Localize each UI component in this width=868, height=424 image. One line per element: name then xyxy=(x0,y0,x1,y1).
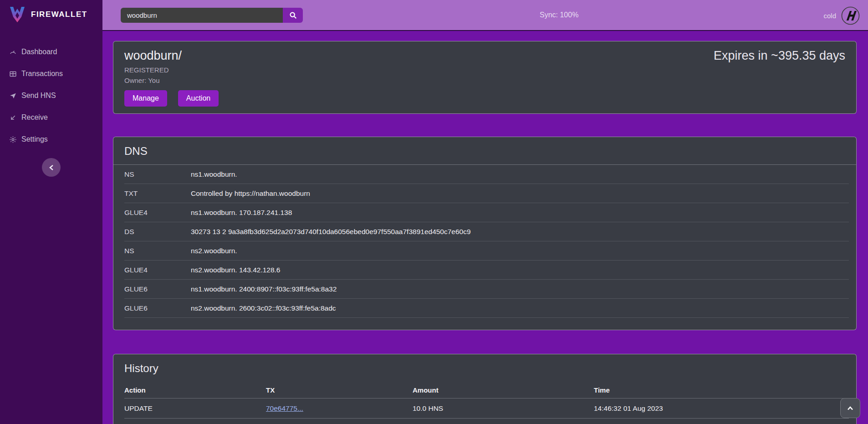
dns-record-type: TXT xyxy=(124,189,191,198)
dns-record-row: GLUE6 ns1.woodburn. 2400:8907::f03c:93ff… xyxy=(124,280,849,299)
history-amount: 10.0 HNS xyxy=(413,404,594,413)
dns-record-row: NS ns1.woodburn. xyxy=(124,165,849,184)
wallet-indicator[interactable]: cold xyxy=(823,0,860,31)
scroll-to-top-button[interactable] xyxy=(840,398,860,418)
sidebar-item-dashboard[interactable]: Dashboard xyxy=(0,41,102,63)
manage-button[interactable]: Manage xyxy=(124,90,167,107)
sidebar-item-send-hns[interactable]: Send HNS xyxy=(0,85,102,107)
history-col-action: Action xyxy=(124,386,266,394)
main-content: woodburn/ Expires in ~395.35 days REGIST… xyxy=(102,32,868,424)
domain-card: woodburn/ Expires in ~395.35 days REGIST… xyxy=(113,41,857,114)
history-header-row: Action TX Amount Time xyxy=(124,382,849,398)
dns-record-row: DS 30273 13 2 9a3a8fb3d625d2a2073d740f10… xyxy=(124,222,849,241)
sidebar: FIREWALLET Dashboard Transactions Send H… xyxy=(0,0,102,424)
dns-record-row: TXT Controlled by https://nathan.woodbur… xyxy=(124,184,849,203)
firewallet-logo-icon xyxy=(9,6,26,23)
dns-record-type: GLUE4 xyxy=(124,266,191,274)
history-card: History Action TX Amount Time UPDATE 70e… xyxy=(113,354,857,424)
sidebar-item-label: Send HNS xyxy=(21,92,56,100)
handshake-logo-icon xyxy=(841,6,860,25)
dns-record-type: GLUE6 xyxy=(124,304,191,312)
domain-expiry: Expires in ~395.35 days xyxy=(714,49,845,63)
sidebar-item-label: Dashboard xyxy=(21,48,57,56)
arrow-down-left-icon xyxy=(9,114,17,122)
dns-record-row: NS ns2.woodburn. xyxy=(124,241,849,261)
search-button[interactable] xyxy=(283,8,303,23)
wallet-name: cold xyxy=(823,12,836,20)
dns-record-value: Controlled by https://nathan.woodburn xyxy=(191,189,310,198)
dns-record-value: ns1.woodburn. xyxy=(191,170,237,179)
gauge-icon xyxy=(9,48,17,56)
auction-button[interactable]: Auction xyxy=(178,90,219,107)
search-group xyxy=(121,8,303,23)
brand: FIREWALLET xyxy=(0,0,102,29)
dns-record-value: ns2.woodburn. xyxy=(191,247,237,255)
search-icon xyxy=(289,11,297,19)
table-icon xyxy=(9,70,17,78)
dns-record-value: ns2.woodburn. 143.42.128.6 xyxy=(191,266,281,274)
dns-record-type: DS xyxy=(124,228,191,236)
history-col-amount: Amount xyxy=(413,386,594,394)
search-input[interactable] xyxy=(121,8,283,23)
dns-record-value: ns1.woodburn. 170.187.241.138 xyxy=(191,209,292,217)
sidebar-item-label: Receive xyxy=(21,113,48,122)
dns-record-value: ns2.woodburn. 2600:3c02::f03c:93ff:fe5a:… xyxy=(191,304,336,312)
sidebar-item-settings[interactable]: Settings xyxy=(0,128,102,150)
domain-owner: Owner: You xyxy=(124,77,845,84)
history-time: 14:46:32 01 Aug 2023 xyxy=(594,404,849,413)
history-card-title: History xyxy=(113,354,856,382)
sidebar-item-transactions[interactable]: Transactions xyxy=(0,63,102,85)
chevron-left-icon xyxy=(49,164,54,171)
paper-plane-icon xyxy=(9,92,17,100)
brand-name: FIREWALLET xyxy=(31,10,87,19)
history-action: UPDATE xyxy=(124,404,266,413)
dns-card: DNS NS ns1.woodburn. TXT Controlled by h… xyxy=(113,137,857,330)
history-col-tx: TX xyxy=(266,386,413,394)
dns-record-type: GLUE6 xyxy=(124,285,191,293)
chevron-up-icon xyxy=(847,406,853,410)
dns-record-value: 30273 13 2 9a3a8fb3d625d2a2073d740f10da6… xyxy=(191,228,471,236)
dns-record-type: NS xyxy=(124,247,191,255)
dns-record-row: GLUE4 ns2.woodburn. 143.42.128.6 xyxy=(124,261,849,280)
dns-record-row: GLUE6 ns2.woodburn. 2600:3c02::f03c:93ff… xyxy=(124,299,849,318)
sidebar-item-receive[interactable]: Receive xyxy=(0,107,102,128)
dns-record-type: NS xyxy=(124,170,191,179)
dns-record-value: ns1.woodburn. 2400:8907::f03c:93ff:fe5a:… xyxy=(191,285,337,293)
sidebar-item-label: Settings xyxy=(21,135,48,143)
dns-card-title: DNS xyxy=(113,137,856,164)
history-row: UPDATE 70e64775... 10.0 HNS 14:46:32 01 … xyxy=(124,398,849,419)
sidebar-item-label: Transactions xyxy=(21,70,63,78)
topbar: Sync: 100% cold xyxy=(102,0,868,31)
sidebar-collapse-button[interactable] xyxy=(42,158,61,177)
sync-status: Sync: 100% xyxy=(540,11,578,19)
history-col-time: Time xyxy=(594,386,849,394)
domain-name-title: woodburn/ xyxy=(124,49,182,63)
tx-hash-link[interactable]: 70e64775... xyxy=(266,404,303,412)
history-row: RENEW d7b64e3... 10.0 HNS 15:45:06 07 Fe… xyxy=(124,419,849,424)
gear-icon xyxy=(9,136,17,143)
dns-record-row: GLUE4 ns1.woodburn. 170.187.241.138 xyxy=(124,203,849,222)
dns-record-type: GLUE4 xyxy=(124,209,191,217)
domain-status: REGISTERED xyxy=(124,66,845,74)
sidebar-nav: Dashboard Transactions Send HNS Receive … xyxy=(0,41,102,150)
